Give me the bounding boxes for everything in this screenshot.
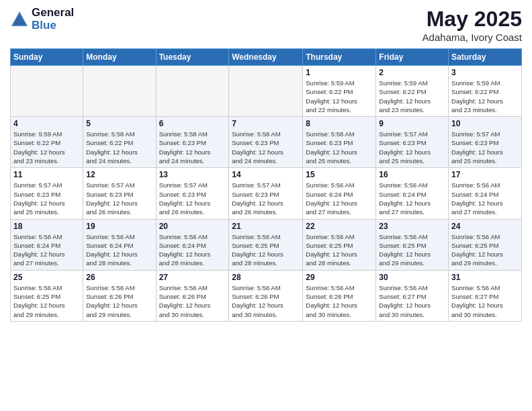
- table-row: 5Sunrise: 5:58 AMSunset: 6:22 PMDaylight…: [83, 117, 156, 168]
- svg-marker-1: [13, 14, 26, 25]
- day-number: 20: [159, 222, 226, 231]
- col-tuesday: Tuesday: [156, 49, 229, 66]
- day-number: 3: [451, 68, 519, 77]
- table-row: 8Sunrise: 5:58 AMSunset: 6:23 PMDaylight…: [303, 117, 376, 168]
- day-number: 17: [451, 170, 519, 179]
- header: General Blue May 2025 Adahama, Ivory Coa…: [10, 7, 522, 43]
- table-row: [11, 66, 83, 117]
- table-row: 10Sunrise: 5:57 AMSunset: 6:23 PMDayligh…: [449, 117, 522, 168]
- day-number: 13: [159, 170, 226, 179]
- day-info: Sunrise: 5:58 AMSunset: 6:22 PMDaylight:…: [86, 130, 152, 165]
- day-number: 22: [306, 222, 373, 231]
- col-monday: Monday: [83, 49, 156, 66]
- table-row: 24Sunrise: 5:56 AMSunset: 6:25 PMDayligh…: [449, 219, 522, 270]
- col-saturday: Saturday: [449, 49, 522, 66]
- table-row: 16Sunrise: 5:56 AMSunset: 6:24 PMDayligh…: [376, 168, 449, 219]
- day-info: Sunrise: 5:56 AMSunset: 6:24 PMDaylight:…: [379, 181, 445, 216]
- day-number: 4: [13, 119, 80, 128]
- day-info: Sunrise: 5:56 AMSunset: 6:24 PMDaylight:…: [86, 232, 152, 268]
- table-row: 11Sunrise: 5:57 AMSunset: 6:23 PMDayligh…: [11, 168, 83, 219]
- day-number: 10: [451, 119, 519, 128]
- table-row: 19Sunrise: 5:56 AMSunset: 6:24 PMDayligh…: [83, 219, 156, 270]
- day-number: 5: [86, 119, 152, 128]
- logo-icon: [10, 10, 29, 29]
- day-info: Sunrise: 5:57 AMSunset: 6:23 PMDaylight:…: [13, 181, 80, 216]
- day-info: Sunrise: 5:59 AMSunset: 6:22 PMDaylight:…: [379, 79, 445, 114]
- table-row: 7Sunrise: 5:58 AMSunset: 6:23 PMDaylight…: [229, 117, 303, 168]
- table-row: 29Sunrise: 5:56 AMSunset: 6:26 PMDayligh…: [303, 270, 376, 321]
- day-info: Sunrise: 5:56 AMSunset: 6:24 PMDaylight:…: [13, 232, 80, 268]
- table-row: 17Sunrise: 5:56 AMSunset: 6:24 PMDayligh…: [449, 168, 522, 219]
- table-row: 13Sunrise: 5:57 AMSunset: 6:23 PMDayligh…: [156, 168, 229, 219]
- table-row: 27Sunrise: 5:56 AMSunset: 6:26 PMDayligh…: [156, 270, 229, 321]
- day-number: 6: [159, 119, 226, 128]
- day-number: 12: [86, 170, 152, 179]
- table-row: 21Sunrise: 5:56 AMSunset: 6:25 PMDayligh…: [229, 219, 303, 270]
- day-info: Sunrise: 5:57 AMSunset: 6:23 PMDaylight:…: [86, 181, 152, 216]
- table-row: 30Sunrise: 5:56 AMSunset: 6:27 PMDayligh…: [376, 270, 449, 321]
- day-info: Sunrise: 5:56 AMSunset: 6:26 PMDaylight:…: [232, 283, 300, 319]
- day-number: 1: [306, 68, 373, 77]
- day-number: 24: [451, 222, 519, 231]
- day-number: 25: [13, 273, 80, 282]
- table-row: 9Sunrise: 5:57 AMSunset: 6:23 PMDaylight…: [376, 117, 449, 168]
- table-row: [229, 66, 303, 117]
- calendar-week-row: 11Sunrise: 5:57 AMSunset: 6:23 PMDayligh…: [11, 168, 522, 219]
- day-number: 30: [379, 273, 445, 282]
- day-info: Sunrise: 5:56 AMSunset: 6:25 PMDaylight:…: [232, 232, 300, 268]
- day-info: Sunrise: 5:58 AMSunset: 6:23 PMDaylight:…: [159, 130, 226, 165]
- table-row: 4Sunrise: 5:59 AMSunset: 6:22 PMDaylight…: [11, 117, 83, 168]
- day-number: 29: [306, 273, 373, 282]
- table-row: 6Sunrise: 5:58 AMSunset: 6:23 PMDaylight…: [156, 117, 229, 168]
- day-number: 23: [379, 222, 445, 231]
- day-info: Sunrise: 5:56 AMSunset: 6:27 PMDaylight:…: [451, 283, 519, 319]
- day-number: 19: [86, 222, 152, 231]
- table-row: 14Sunrise: 5:57 AMSunset: 6:23 PMDayligh…: [229, 168, 303, 219]
- day-number: 31: [451, 273, 519, 282]
- day-number: 28: [232, 273, 300, 282]
- main-title: May 2025: [423, 7, 522, 32]
- logo: General Blue: [10, 7, 74, 32]
- calendar-week-row: 1Sunrise: 5:59 AMSunset: 6:22 PMDaylight…: [11, 66, 522, 117]
- day-info: Sunrise: 5:57 AMSunset: 6:23 PMDaylight:…: [451, 130, 519, 165]
- subtitle: Adahama, Ivory Coast: [423, 32, 522, 43]
- day-number: 11: [13, 170, 80, 179]
- table-row: [83, 66, 156, 117]
- day-info: Sunrise: 5:56 AMSunset: 6:25 PMDaylight:…: [306, 232, 373, 268]
- day-info: Sunrise: 5:56 AMSunset: 6:25 PMDaylight:…: [13, 283, 80, 319]
- title-section: May 2025 Adahama, Ivory Coast: [423, 7, 522, 43]
- calendar-week-row: 4Sunrise: 5:59 AMSunset: 6:22 PMDaylight…: [11, 117, 522, 168]
- day-info: Sunrise: 5:57 AMSunset: 6:23 PMDaylight:…: [232, 181, 300, 216]
- day-info: Sunrise: 5:56 AMSunset: 6:25 PMDaylight:…: [379, 232, 445, 268]
- logo-general-label: General: [32, 7, 74, 19]
- day-number: 27: [159, 273, 226, 282]
- day-number: 15: [306, 170, 373, 179]
- day-number: 14: [232, 170, 300, 179]
- table-row: 18Sunrise: 5:56 AMSunset: 6:24 PMDayligh…: [11, 219, 83, 270]
- table-row: 23Sunrise: 5:56 AMSunset: 6:25 PMDayligh…: [376, 219, 449, 270]
- day-info: Sunrise: 5:56 AMSunset: 6:24 PMDaylight:…: [451, 181, 519, 216]
- table-row: 2Sunrise: 5:59 AMSunset: 6:22 PMDaylight…: [376, 66, 449, 117]
- day-info: Sunrise: 5:58 AMSunset: 6:23 PMDaylight:…: [232, 130, 300, 165]
- day-number: 2: [379, 68, 445, 77]
- day-number: 26: [86, 273, 152, 282]
- table-row: 15Sunrise: 5:56 AMSunset: 6:24 PMDayligh…: [303, 168, 376, 219]
- day-info: Sunrise: 5:59 AMSunset: 6:22 PMDaylight:…: [451, 79, 519, 114]
- day-info: Sunrise: 5:59 AMSunset: 6:22 PMDaylight:…: [13, 130, 80, 165]
- day-info: Sunrise: 5:56 AMSunset: 6:26 PMDaylight:…: [306, 283, 373, 319]
- calendar-week-row: 25Sunrise: 5:56 AMSunset: 6:25 PMDayligh…: [11, 270, 522, 321]
- calendar-header-row: Sunday Monday Tuesday Wednesday Thursday…: [11, 49, 522, 66]
- calendar-week-row: 18Sunrise: 5:56 AMSunset: 6:24 PMDayligh…: [11, 219, 522, 270]
- day-number: 16: [379, 170, 445, 179]
- day-number: 9: [379, 119, 445, 128]
- day-info: Sunrise: 5:57 AMSunset: 6:23 PMDaylight:…: [159, 181, 226, 216]
- day-info: Sunrise: 5:56 AMSunset: 6:26 PMDaylight:…: [86, 283, 152, 319]
- table-row: [156, 66, 229, 117]
- col-friday: Friday: [376, 49, 449, 66]
- day-number: 18: [13, 222, 80, 231]
- table-row: 1Sunrise: 5:59 AMSunset: 6:22 PMDaylight…: [303, 66, 376, 117]
- day-info: Sunrise: 5:56 AMSunset: 6:25 PMDaylight:…: [451, 232, 519, 268]
- day-info: Sunrise: 5:58 AMSunset: 6:23 PMDaylight:…: [306, 130, 373, 165]
- day-number: 7: [232, 119, 300, 128]
- day-info: Sunrise: 5:59 AMSunset: 6:22 PMDaylight:…: [306, 79, 373, 114]
